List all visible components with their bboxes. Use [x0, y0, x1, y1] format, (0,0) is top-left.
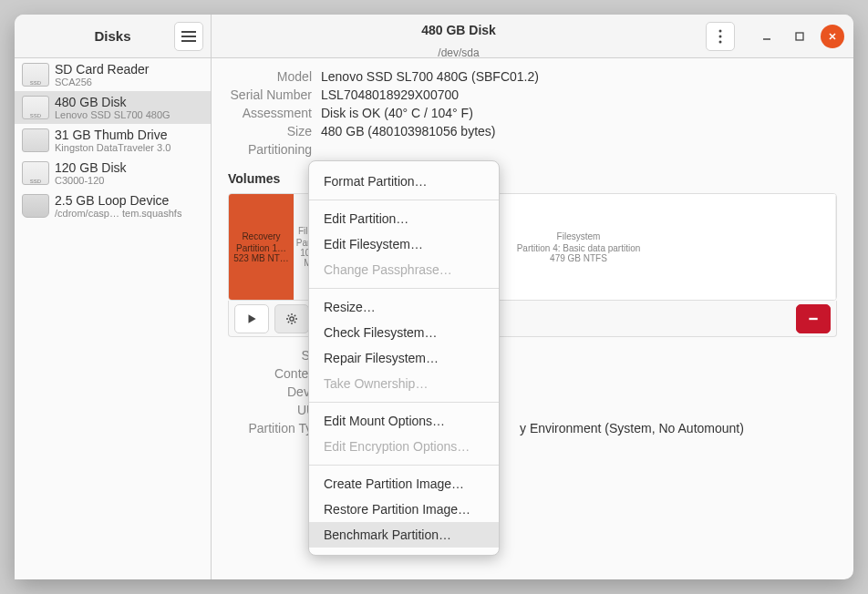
maximize-icon: [794, 31, 805, 42]
menu-separator: [309, 288, 499, 289]
partition-context-menu: Format Partition…Edit Partition…Edit Fil…: [308, 160, 500, 556]
device-name: 31 GB Thumb Drive: [55, 128, 203, 142]
svg-rect-3: [796, 33, 803, 40]
label-model: Model: [228, 67, 321, 86]
app-menu-button[interactable]: [174, 22, 203, 51]
device-sub: Kingston DataTraveler 3.0: [55, 142, 203, 153]
device-name: 480 GB Disk: [55, 95, 203, 109]
mount-button[interactable]: [234, 304, 269, 333]
drive-menu-button[interactable]: [706, 22, 735, 51]
device-sub: /cdrom/casp… tem.squashfs: [55, 208, 203, 219]
hamburger-icon: [181, 31, 196, 42]
label-size: Size: [228, 122, 321, 140]
menu-item[interactable]: Benchmark Partition…: [309, 522, 499, 548]
delete-partition-button[interactable]: [796, 304, 831, 333]
device-item[interactable]: 2.5 GB Loop Device /cdrom/casp… tem.squa…: [15, 189, 211, 222]
menu-item[interactable]: Resize…: [309, 294, 499, 320]
svg-point-2: [719, 40, 722, 43]
device-sub: SCA256: [55, 77, 203, 87]
menu-item[interactable]: Edit Partition…: [309, 206, 499, 231]
minimize-button[interactable]: [755, 25, 779, 48]
gear-icon: [285, 312, 298, 325]
menu-item: Change Passphrase…: [309, 257, 499, 282]
app-title: Disks: [94, 28, 130, 44]
svg-point-4: [290, 316, 294, 320]
title-center: 480 GB Disk /dev/sda: [212, 14, 706, 59]
label-partitioning: Partitioning: [228, 140, 321, 159]
sidebar-header: Disks: [15, 15, 212, 57]
label-serial: Serial Number: [228, 86, 321, 104]
value-serial: LSL7048018929X00700: [321, 86, 459, 104]
menu-separator: [309, 402, 499, 403]
value-model: Lenovo SSD SL700 480G (SBFC01.2): [321, 67, 539, 86]
maximize-button[interactable]: [788, 25, 811, 48]
drive-icon: [22, 128, 49, 152]
device-item[interactable]: 31 GB Thumb Drive Kingston DataTraveler …: [15, 124, 211, 157]
menu-separator: [309, 465, 499, 466]
menu-item[interactable]: Format Partition…: [309, 169, 499, 194]
minus-icon: [807, 312, 820, 325]
device-name: 120 GB Disk: [55, 160, 203, 175]
menu-item[interactable]: Edit Mount Options…: [309, 408, 499, 434]
drive-icon: SSD: [22, 161, 49, 185]
play-icon: [245, 312, 258, 325]
drive-icon: [22, 194, 49, 218]
disk-path: /dev/sda: [212, 46, 706, 59]
menu-item[interactable]: Repair Filesystem…: [309, 345, 499, 371]
menu-separator: [309, 200, 499, 200]
menu-item[interactable]: Edit Filesystem…: [309, 231, 499, 257]
window-controls: [755, 25, 853, 48]
label-assessment: Assessment: [228, 104, 321, 122]
menu-item: Take Ownership…: [309, 371, 499, 396]
kebab-icon: [718, 29, 722, 44]
menu-item[interactable]: Create Partition Image…: [309, 471, 499, 497]
device-sub: Lenovo SSD SL700 480G: [55, 109, 203, 120]
close-button[interactable]: [821, 25, 844, 48]
menu-item: Edit Encryption Options…: [309, 434, 499, 459]
drive-icon: SSD: [22, 63, 49, 87]
value-assessment: Disk is OK (40° C / 104° F): [321, 104, 473, 122]
svg-point-1: [719, 35, 722, 37]
disk-title: 480 GB Disk: [212, 14, 706, 46]
value-size: 480 GB (480103981056 bytes): [321, 122, 495, 140]
titlebar: Disks 480 GB Disk /dev/sda: [15, 15, 853, 58]
drive-icon: SSD: [22, 96, 49, 119]
device-name: SD Card Reader: [55, 62, 203, 77]
device-item[interactable]: SSD 120 GB Disk C3000-120: [15, 157, 211, 189]
device-item[interactable]: SSD 480 GB Disk Lenovo SSD SL700 480G: [15, 91, 211, 124]
device-item[interactable]: SSD SD Card Reader SCA256: [15, 58, 211, 91]
title-right: 480 GB Disk /dev/sda: [212, 15, 853, 57]
minimize-icon: [761, 31, 772, 42]
menu-item[interactable]: Check Filesystem…: [309, 320, 499, 345]
device-sub: C3000-120: [55, 175, 203, 186]
partition-recovery[interactable]: Recovery Partition 1… 523 MB NT…: [229, 194, 294, 300]
device-list[interactable]: SSD SD Card Reader SCA256 SSD 480 GB Dis…: [15, 58, 212, 579]
device-name: 2.5 GB Loop Device: [55, 193, 203, 208]
svg-point-0: [719, 29, 722, 32]
close-icon: [827, 31, 838, 42]
volume-settings-button[interactable]: [274, 304, 309, 333]
menu-item[interactable]: Restore Partition Image…: [309, 497, 499, 522]
